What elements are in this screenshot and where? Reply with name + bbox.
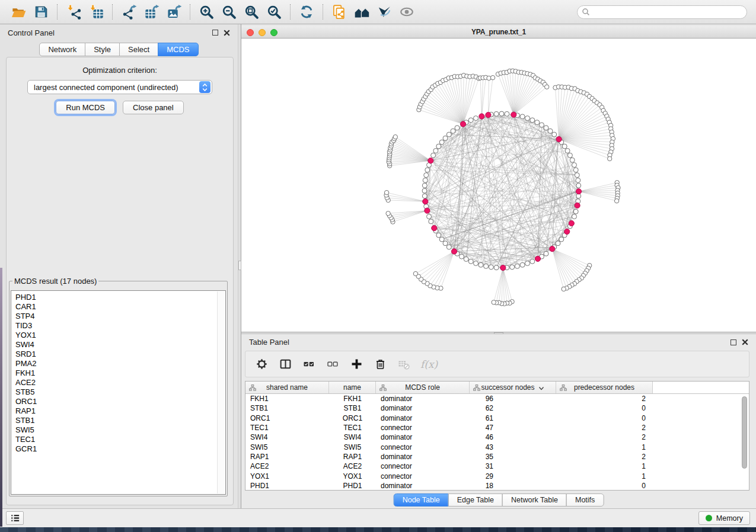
delete-columns-button[interactable] — [373, 357, 387, 371]
window-minimize-button[interactable] — [259, 29, 266, 36]
mcds-result-item[interactable]: PHD1 — [15, 293, 225, 302]
tab-select[interactable]: Select — [119, 43, 158, 56]
column-header-shared-name[interactable]: shared name — [245, 382, 329, 393]
optimization-select[interactable]: largest connected component (undirected) — [27, 80, 212, 94]
add-column-button[interactable] — [349, 357, 363, 371]
export-network-button[interactable] — [119, 2, 138, 21]
column-header-predecessor-nodes[interactable]: predecessor nodes — [556, 382, 653, 393]
close-mcds-panel-button[interactable]: Close panel — [123, 101, 184, 114]
apply-layout-button[interactable] — [297, 2, 316, 21]
select-all-columns-button[interactable] — [302, 357, 316, 371]
search-icon — [582, 8, 590, 16]
scrollbar-thumb[interactable] — [742, 396, 747, 469]
tab-style[interactable]: Style — [85, 43, 120, 56]
window-maximize-button[interactable] — [270, 29, 277, 36]
mcds-result-item[interactable]: ACE2 — [15, 378, 225, 387]
cell-name: RAP1 — [329, 453, 376, 461]
zoom-fit-button[interactable] — [242, 2, 261, 21]
zoom-selected-button[interactable] — [264, 2, 283, 21]
column-header-name[interactable]: name — [329, 382, 376, 393]
houses-icon — [354, 4, 370, 20]
delete-table-button[interactable] — [397, 357, 411, 371]
toggle-panel-mode-button[interactable] — [278, 357, 292, 371]
table-row[interactable]: FKH1FKH1dominator962 — [245, 394, 749, 403]
table-panel: Table Panel — [241, 334, 756, 508]
graphics-details-button[interactable] — [375, 2, 394, 21]
table-row[interactable]: ACE2ACE2connector311 — [245, 462, 749, 471]
network-canvas[interactable] — [241, 39, 756, 332]
mcds-result-item[interactable]: PMA2 — [15, 359, 225, 368]
mcds-result-item[interactable]: TID3 — [15, 321, 225, 331]
tab-motifs[interactable]: Motifs — [566, 493, 604, 507]
zoom-in-button[interactable] — [197, 2, 216, 21]
new-network-from-selection-button[interactable] — [330, 2, 349, 21]
show-hide-details-button[interactable] — [397, 2, 416, 21]
mcds-result-item[interactable]: SRD1 — [15, 350, 225, 359]
cell-successor-nodes: 47 — [470, 424, 556, 432]
table-scrollbar[interactable] — [741, 395, 748, 489]
table-row[interactable]: YOX1YOX1connector291 — [245, 471, 749, 480]
column-label: successor nodes — [481, 383, 534, 392]
mcds-result-item[interactable]: STP4 — [15, 312, 225, 321]
application-window: Control Panel NetworkStyleSelectMCDS Opt… — [0, 0, 756, 527]
open-file-button[interactable] — [9, 2, 28, 21]
table-row[interactable]: SWI5SWI5connector431 — [245, 442, 749, 451]
cell-shared-name: SWI5 — [245, 443, 329, 451]
mcds-result-item[interactable]: RAP1 — [15, 406, 225, 416]
cell-mcds-role: connector — [376, 462, 470, 470]
table-row[interactable]: STB1STB1dominator620 — [245, 403, 749, 413]
tab-mcds[interactable]: MCDS — [158, 43, 198, 56]
column-header-mcds-role[interactable]: MCDS role — [376, 382, 470, 393]
cell-name: YOX1 — [329, 472, 376, 480]
zoom-out-button[interactable] — [219, 2, 238, 21]
cell-successor-nodes: 29 — [470, 472, 556, 480]
table-row[interactable]: ORC1ORC1dominator610 — [245, 414, 749, 423]
tab-network-table[interactable]: Network Table — [502, 493, 567, 507]
mcds-result-item[interactable]: FKH1 — [15, 368, 225, 378]
table-row[interactable]: SWI4SWI4dominator462 — [245, 432, 749, 442]
toolbar-separator — [290, 4, 291, 20]
cell-mcds-role: dominator — [376, 414, 470, 422]
mcds-result-item[interactable]: STB1 — [15, 416, 225, 425]
deselect-all-columns-button[interactable] — [326, 357, 340, 371]
network-graph[interactable] — [241, 39, 756, 331]
run-mcds-button[interactable]: Run MCDS — [56, 101, 115, 114]
table-row[interactable]: TEC1TEC1connector472 — [245, 423, 749, 432]
control-panel-header: Control Panel — [0, 24, 238, 41]
mcds-result-title: MCDS result (17 nodes) — [12, 277, 98, 286]
search-input[interactable] — [592, 7, 747, 17]
save-session-button[interactable] — [31, 2, 50, 21]
export-image-button[interactable] — [164, 2, 183, 21]
import-network-button[interactable] — [64, 2, 83, 21]
mcds-result-item[interactable]: TEC1 — [15, 435, 225, 444]
memory-button[interactable]: Memory — [698, 511, 750, 525]
mcds-result-item[interactable]: YOX1 — [15, 331, 225, 340]
tab-edge-table[interactable]: Edge Table — [448, 493, 503, 507]
tab-network[interactable]: Network — [39, 43, 85, 56]
mcds-result-item[interactable]: CAR1 — [15, 302, 225, 312]
function-builder-icon[interactable]: f(x) — [420, 358, 438, 370]
close-panel-icon[interactable] — [224, 30, 230, 36]
tab-node-table[interactable]: Node Table — [394, 493, 449, 507]
mcds-result-item[interactable]: ORC1 — [15, 397, 225, 406]
float-panel-icon[interactable] — [212, 30, 218, 36]
cell-predecessor-nodes: 2 — [556, 453, 653, 461]
first-neighbors-button[interactable] — [352, 2, 371, 21]
task-history-button[interactable] — [6, 511, 24, 525]
table-row[interactable]: PHD1PHD1dominator180 — [245, 481, 749, 491]
mcds-result-item[interactable]: SWI5 — [15, 425, 225, 435]
mcds-result-list[interactable]: PHD1CAR1STP4TID3YOX1SWI4SRD1PMA2FKH1ACE2… — [11, 290, 226, 495]
export-table-button[interactable] — [142, 2, 161, 21]
table-row[interactable]: RAP1RAP1dominator352 — [245, 452, 749, 462]
zoom-out-icon — [221, 4, 237, 20]
mcds-result-item[interactable]: GCR1 — [15, 444, 225, 454]
column-header-successor-nodes[interactable]: successor nodes — [470, 382, 556, 393]
mcds-result-item[interactable]: STB5 — [15, 387, 225, 397]
import-table-button[interactable] — [87, 2, 106, 21]
cell-name: ORC1 — [329, 414, 376, 422]
float-panel-icon[interactable] — [731, 339, 736, 345]
table-options-button[interactable] — [254, 357, 269, 371]
mcds-result-item[interactable]: SWI4 — [15, 340, 225, 350]
window-close-button[interactable] — [247, 29, 254, 36]
close-panel-icon[interactable] — [742, 339, 748, 345]
